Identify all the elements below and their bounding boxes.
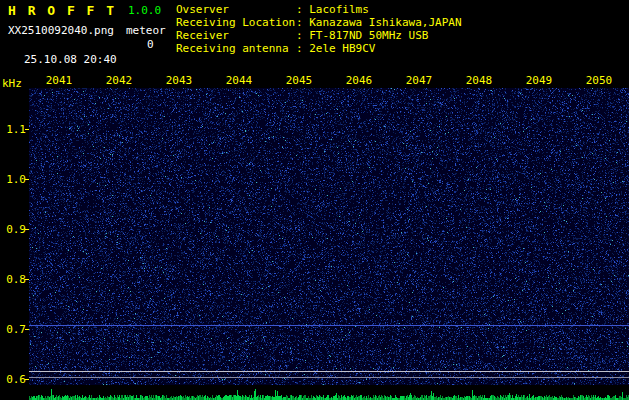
info-value: Kanazawa Ishikawa,JAPAN — [309, 16, 461, 29]
info-separator: : — [296, 3, 309, 16]
time-axis: 2041204220432044204520462047204820492050 — [29, 74, 629, 87]
time-label: 2048 — [449, 74, 509, 87]
info-label: Receiving Location — [176, 16, 296, 29]
app-title: H R O F F T — [8, 3, 116, 18]
app-version: 1.0.0 — [128, 4, 161, 17]
info-label: Ovserver — [176, 3, 296, 16]
signal-level-canvas — [29, 385, 629, 400]
info-value: Lacofilms — [309, 3, 369, 16]
time-label: 2041 — [29, 74, 89, 87]
freq-label: 0.9 — [4, 223, 26, 236]
info-row-receiver: Receiver: FT-817ND 50MHz USB — [176, 29, 462, 42]
info-row-antenna: Receiving antenna: 2ele HB9CV — [176, 42, 462, 55]
freq-label: 0.7 — [4, 323, 26, 336]
info-label: Receiver — [176, 29, 296, 42]
time-label: 2049 — [509, 74, 569, 87]
time-label: 2044 — [209, 74, 269, 87]
info-value: FT-817ND 50MHz USB — [309, 29, 428, 42]
info-value: 2ele HB9CV — [309, 42, 375, 55]
time-label: 2050 — [569, 74, 629, 87]
info-label: Receiving antenna — [176, 42, 296, 55]
info-row-observer: Ovserver: Lacofilms — [176, 3, 462, 16]
mode-label: meteor — [126, 24, 166, 37]
spectrogram-canvas — [29, 88, 629, 385]
y-axis-unit: kHz — [2, 77, 22, 90]
freq-label: 1.1 — [4, 123, 26, 136]
time-label: 2047 — [389, 74, 449, 87]
time-label: 2042 — [89, 74, 149, 87]
hrofft-screen: H R O F F T 1.0.0 XX2510092040.png meteo… — [0, 0, 629, 400]
freq-label: 0.8 — [4, 273, 26, 286]
timestamp: 25.10.08 20:40 — [24, 53, 117, 66]
freq-label: 0.6 — [4, 373, 26, 386]
info-row-location: Receiving Location: Kanazawa Ishikawa,JA… — [176, 16, 462, 29]
time-label: 2045 — [269, 74, 329, 87]
station-info: Ovserver: Lacofilms Receiving Location: … — [176, 3, 462, 55]
freq-label: 1.0 — [4, 173, 26, 186]
info-separator: : — [296, 42, 309, 55]
meteor-echo-count: 0 — [147, 38, 154, 51]
time-label: 2046 — [329, 74, 389, 87]
time-label: 2043 — [149, 74, 209, 87]
output-filename: XX2510092040.png — [8, 24, 114, 37]
info-separator: : — [296, 29, 309, 42]
info-separator: : — [296, 16, 309, 29]
